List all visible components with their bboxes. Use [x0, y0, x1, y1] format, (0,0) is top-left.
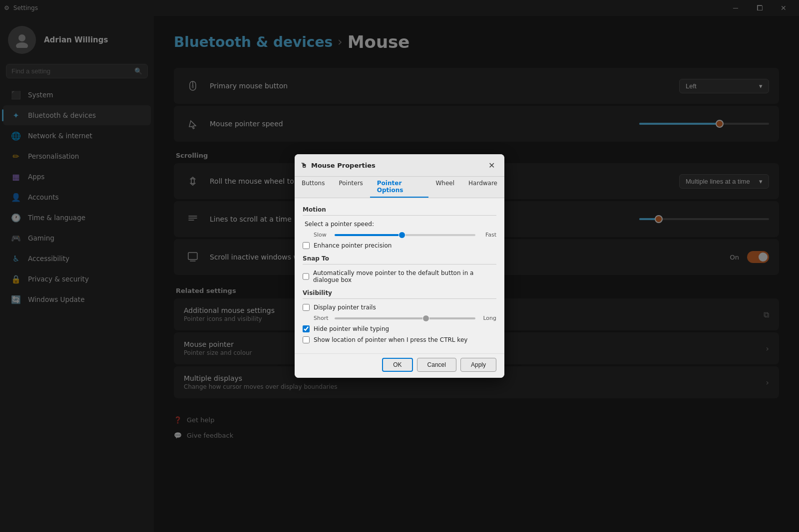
tab-pointer-options[interactable]: Pointer Options: [370, 177, 429, 198]
dialog-titlebar: 🖱 Mouse Properties ✕: [295, 154, 504, 177]
visibility-section-title: Visibility: [303, 289, 496, 299]
tab-buttons[interactable]: Buttons: [295, 177, 332, 198]
cancel-button[interactable]: Cancel: [417, 358, 456, 372]
apply-button[interactable]: Apply: [460, 358, 496, 372]
dialog-overlay: 🖱 Mouse Properties ✕ Buttons Pointers Po…: [0, 0, 799, 532]
enhance-precision-row: Enhance pointer precision: [303, 242, 496, 249]
snap-to-row: Automatically move pointer to the defaul…: [303, 269, 496, 283]
display-trails-row: Display pointer trails: [303, 304, 496, 311]
hide-while-typing-label: Hide pointer while typing: [314, 325, 389, 332]
snap-to-checkbox[interactable]: [303, 273, 309, 280]
ok-button[interactable]: OK: [382, 358, 412, 372]
trails-slider[interactable]: [335, 317, 475, 319]
dialog-mouse-icon: 🖱: [301, 162, 307, 169]
snap-to-section-title: Snap To: [303, 255, 496, 265]
speed-label-row: Select a pointer speed:: [303, 221, 496, 228]
dialog-title-left: 🖱 Mouse Properties: [301, 162, 376, 169]
speed-label: Select a pointer speed:: [303, 221, 374, 228]
display-trails-label: Display pointer trails: [314, 304, 376, 311]
dialog-footer: OK Cancel Apply: [295, 353, 504, 378]
long-label: Long: [479, 315, 496, 321]
display-trails-checkbox[interactable]: [303, 304, 310, 311]
motion-section-title: Motion: [303, 206, 496, 216]
pointer-speed-slider[interactable]: [335, 234, 475, 236]
dialog-close-button[interactable]: ✕: [484, 158, 498, 172]
hide-while-typing-checkbox[interactable]: [303, 325, 310, 332]
mouse-properties-dialog: 🖱 Mouse Properties ✕ Buttons Pointers Po…: [295, 154, 504, 378]
tab-pointers[interactable]: Pointers: [332, 177, 370, 198]
dialog-tabs: Buttons Pointers Pointer Options Wheel H…: [295, 177, 504, 198]
dialog-title: Mouse Properties: [311, 162, 376, 169]
hide-while-typing-row: Hide pointer while typing: [303, 325, 496, 332]
enhance-precision-checkbox[interactable]: [303, 242, 310, 249]
snap-to-label: Automatically move pointer to the defaul…: [313, 269, 496, 283]
short-label: Short: [314, 315, 331, 321]
pointer-speed-slider-row: Slow Fast: [303, 232, 496, 238]
fast-label: Fast: [479, 232, 496, 238]
tab-hardware[interactable]: Hardware: [461, 177, 504, 198]
show-ctrl-checkbox[interactable]: [303, 336, 310, 343]
dialog-body: Motion Select a pointer speed: Slow Fast…: [295, 198, 504, 353]
show-ctrl-row: Show location of pointer when I press th…: [303, 336, 496, 343]
tab-wheel[interactable]: Wheel: [428, 177, 461, 198]
trails-slider-row: Short Long: [303, 315, 496, 321]
slow-label: Slow: [314, 232, 331, 238]
enhance-precision-label: Enhance pointer precision: [314, 242, 392, 249]
show-ctrl-label: Show location of pointer when I press th…: [314, 336, 467, 343]
